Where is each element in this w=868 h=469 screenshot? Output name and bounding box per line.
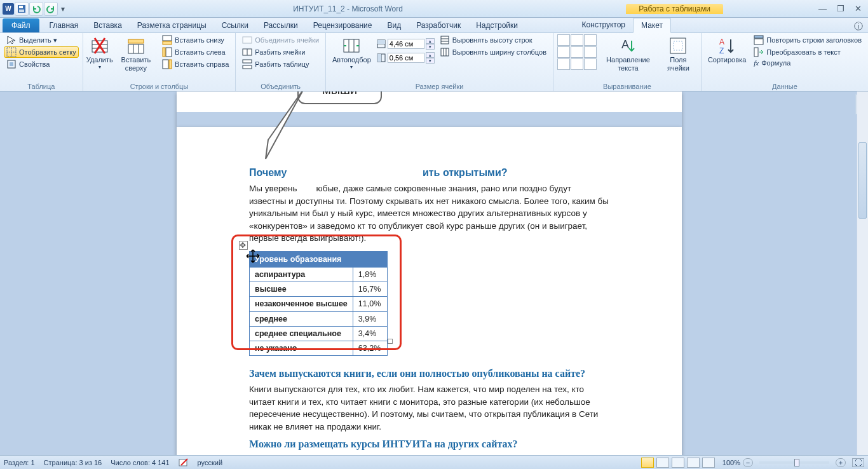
zoom-slider[interactable] [759, 461, 829, 464]
svg-rect-20 [169, 60, 172, 69]
properties-button[interactable]: Свойства [4, 58, 79, 70]
ribbon-tabs: Файл Главная Вставка Разметка страницы С… [0, 18, 868, 33]
minimize-button[interactable]: — [818, 4, 827, 13]
svg-rect-46 [754, 36, 763, 38]
view-gridlines-button[interactable]: Отобразить сетку [4, 46, 79, 58]
tab-review[interactable]: Рецензирование [306, 18, 380, 32]
heading-1: Почему________________________ить открыт… [249, 165, 609, 180]
svg-rect-17 [166, 48, 172, 57]
cell-margins-button[interactable]: Поля ячейки [660, 34, 697, 74]
svg-rect-24 [243, 60, 252, 63]
insert-right-button[interactable]: Вставить справа [159, 58, 231, 70]
table-container: Уровень образования аспирантура1,8% высш… [249, 251, 609, 356]
window-controls: — ❐ ✕ [812, 4, 868, 13]
window-title: ИНТУИТ_11_2 - Microsoft Word [70, 4, 626, 13]
heading-3: Можно ли размещать курсы ИНТУИТа на друг… [249, 437, 609, 451]
formula-button[interactable]: fxФормула [751, 58, 864, 67]
full-screen-view[interactable] [656, 458, 669, 468]
print-layout-view[interactable] [641, 458, 654, 468]
insert-below-button[interactable]: Вставить снизу [159, 34, 231, 46]
table-resize-handle[interactable] [388, 339, 393, 344]
fit-button[interactable]: ⛶ [852, 458, 864, 467]
merge-cells-button: Объединить ячейки [240, 34, 322, 46]
svg-rect-48 [754, 48, 758, 57]
group-table: Выделить ▾ Отобразить сетку Свойства Таб… [0, 33, 83, 91]
outline-view[interactable] [687, 458, 700, 468]
draft-view[interactable] [702, 458, 715, 468]
help-icon[interactable]: ⓘ [849, 21, 868, 32]
svg-rect-25 [243, 65, 252, 69]
undo-button[interactable] [29, 2, 43, 16]
svg-rect-14 [128, 39, 144, 43]
paragraph-2: Книги выпускаются для тех, кто их любит.… [249, 383, 609, 433]
insert-above-button[interactable]: Вставить сверху [115, 34, 157, 74]
svg-rect-7 [10, 62, 13, 66]
svg-rect-21 [243, 37, 252, 43]
page-prev-bottom [177, 92, 682, 127]
quick-access-toolbar: W ▾ [0, 2, 70, 16]
status-bar: Раздел: 1 Страница: 3 из 16 Число слов: … [0, 455, 868, 469]
tab-file[interactable]: Файл [3, 18, 39, 32]
tab-view[interactable]: Вид [379, 18, 409, 32]
tab-design[interactable]: Конструктор [574, 18, 633, 32]
svg-rect-19 [163, 60, 168, 69]
move-cursor-icon [245, 248, 261, 264]
group-rows-columns: Удалить▾ Вставить сверху Вставить снизу … [83, 33, 236, 91]
insert-left-button[interactable]: Вставить слева [159, 46, 231, 58]
page[interactable]: Указатель мыши Почему___________________… [177, 127, 682, 455]
ribbon: Выделить ▾ Отобразить сетку Свойства Таб… [0, 33, 868, 92]
save-button[interactable] [15, 2, 29, 16]
status-words[interactable]: Число слов: 4 141 [111, 459, 169, 466]
autofit-button[interactable]: Автоподбор▾ [330, 34, 374, 72]
tab-insert[interactable]: Вставка [86, 18, 130, 32]
col-width-input[interactable]: ▴▾ [376, 52, 435, 64]
row-height-input[interactable]: ▴▾ [376, 38, 435, 50]
svg-rect-31 [377, 40, 385, 44]
qat-customize-icon[interactable]: ▾ [58, 4, 67, 13]
svg-rect-35 [441, 36, 449, 44]
svg-rect-2 [19, 10, 24, 12]
split-table-button[interactable]: Разбить таблицу [240, 58, 322, 70]
close-button[interactable]: ✕ [855, 4, 862, 13]
distribute-rows-button[interactable]: Выровнять высоту строк [437, 34, 549, 46]
tab-layout[interactable]: Макет [633, 18, 671, 33]
distribute-cols-button[interactable]: Выровнять ширину столбцов [437, 46, 549, 58]
split-cells-button[interactable]: Разбить ячейки [240, 46, 322, 58]
svg-rect-16 [163, 41, 172, 44]
svg-rect-34 [377, 54, 381, 62]
web-layout-view[interactable] [672, 458, 684, 468]
tab-mailings[interactable]: Рассылки [256, 18, 306, 32]
tab-addins[interactable]: Надстройки [468, 18, 526, 32]
restore-button[interactable]: ❐ [837, 4, 844, 13]
zoom-in-button[interactable]: + [836, 458, 846, 467]
status-language[interactable]: русский [198, 459, 222, 466]
tab-home[interactable]: Главная [42, 18, 86, 32]
svg-text:A: A [621, 38, 629, 51]
delete-button[interactable]: Удалить▾ [87, 34, 112, 72]
zoom-out-button[interactable]: − [743, 458, 753, 467]
select-button[interactable]: Выделить ▾ [4, 34, 79, 46]
status-page[interactable]: Страница: 3 из 16 [44, 459, 102, 466]
title-bar: W ▾ ИНТУИТ_11_2 - Microsoft Word Работа … [0, 0, 868, 18]
alignment-grid[interactable] [557, 34, 597, 70]
redo-button[interactable] [44, 2, 58, 16]
vertical-scrollbar[interactable] [857, 92, 868, 455]
zoom-level[interactable]: 100% [722, 459, 740, 466]
group-merge: Объединить ячейки Разбить ячейки Разбить… [236, 33, 326, 91]
svg-rect-42 [670, 38, 686, 53]
tab-page-layout[interactable]: Разметка страницы [130, 18, 214, 32]
svg-rect-18 [163, 48, 165, 57]
text-direction-button[interactable]: AНаправление текста [599, 34, 657, 74]
status-section[interactable]: Раздел: 1 [4, 459, 35, 466]
tab-developer[interactable]: Разработчик [409, 18, 468, 32]
tab-references[interactable]: Ссылки [214, 18, 256, 32]
contextual-tab-title: Работа с таблицами [626, 4, 723, 14]
proofing-icon[interactable] [179, 458, 189, 468]
repeat-header-button[interactable]: Повторить строки заголовков [751, 34, 864, 46]
word-app-icon[interactable]: W [3, 3, 14, 15]
svg-rect-11 [128, 44, 144, 53]
group-alignment: AНаправление текста Поля ячейки Выравнив… [553, 33, 702, 91]
sort-button[interactable]: AZСортировка [705, 34, 749, 65]
convert-to-text-button[interactable]: Преобразовать в текст [751, 46, 864, 58]
document-area[interactable]: Указатель мыши Почему___________________… [0, 92, 868, 455]
